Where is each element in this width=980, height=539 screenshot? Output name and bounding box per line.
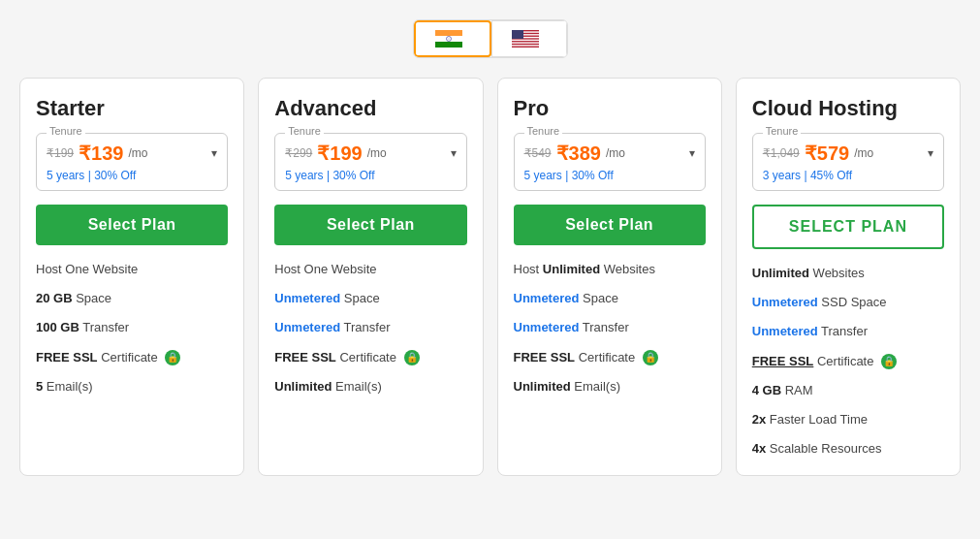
per-mo-pro: /mo — [606, 146, 625, 160]
per-mo-cloud: /mo — [854, 146, 873, 160]
select-btn-advanced[interactable]: Select Plan — [274, 205, 466, 245]
old-price-pro: ₹549 — [524, 146, 552, 160]
svg-rect-9 — [512, 40, 539, 41]
list-item: Unmetered Transfer — [274, 319, 466, 336]
new-price-advanced: ₹199 — [317, 142, 362, 165]
tenure-detail-pro: 5 years | 30% Off — [524, 169, 695, 182]
old-price-cloud: ₹1,049 — [763, 146, 800, 160]
new-price-starter: ₹139 — [79, 142, 123, 165]
plan-card-pro: ProTenure₹549₹389/mo▾5 years | 30% OffSe… — [497, 78, 722, 476]
list-item: 2x Faster Load Time — [752, 411, 944, 428]
tenure-detail-cloud: 3 years | 45% Off — [763, 169, 933, 182]
usa-flag-icon — [512, 30, 539, 48]
ssl-icon: 🔒 — [165, 350, 180, 365]
svg-rect-12 — [512, 30, 523, 39]
plan-card-advanced: AdvancedTenure₹299₹199/mo▾5 years | 30% … — [258, 78, 483, 476]
select-btn-cloud[interactable]: SELECT PLAN — [752, 205, 944, 249]
ssl-icon: 🔒 — [643, 350, 658, 365]
svg-rect-2 — [435, 42, 462, 48]
list-item: Host Unlimited Websites — [514, 261, 706, 278]
svg-rect-0 — [435, 30, 462, 36]
new-price-cloud: ₹579 — [805, 142, 849, 165]
list-item: 4x Scalable Resources — [752, 440, 944, 458]
list-item: Unmetered Space — [514, 290, 706, 307]
tenure-box-pro[interactable]: Tenure₹549₹389/mo▾5 years | 30% Off — [514, 133, 706, 191]
india-tab[interactable] — [414, 20, 491, 57]
feature-list-cloud: Unlimited WebsitesUnmetered SSD SpaceUnm… — [752, 265, 944, 458]
list-item: 4 GB RAM — [752, 382, 944, 399]
list-item: 100 GB Transfer — [36, 319, 228, 336]
usa-tab[interactable] — [491, 20, 567, 57]
per-mo-advanced: /mo — [367, 146, 387, 160]
list-item: Unmetered Transfer — [752, 323, 944, 340]
list-item: Unlimited Websites — [752, 265, 944, 282]
plan-card-starter: StarterTenure₹199₹139/mo▾5 years | 30% O… — [19, 78, 244, 476]
plan-title-pro: Pro — [514, 96, 706, 121]
old-price-starter: ₹199 — [47, 146, 74, 160]
dropdown-arrow-advanced[interactable]: ▾ — [451, 146, 457, 160]
tenure-label-starter: Tenure — [47, 125, 85, 137]
plan-title-advanced: Advanced — [274, 96, 466, 121]
india-flag-icon — [435, 30, 462, 48]
plan-title-cloud: Cloud Hosting — [752, 96, 944, 121]
list-item: Unmetered Transfer — [514, 319, 706, 336]
select-btn-starter[interactable]: Select Plan — [36, 205, 228, 245]
ssl-icon: 🔒 — [404, 350, 420, 365]
list-item: Unlimited Email(s) — [274, 378, 466, 396]
list-item: FREE SSL Certificate 🔒 — [514, 349, 706, 366]
plans-container: StarterTenure₹199₹139/mo▾5 years | 30% O… — [19, 78, 961, 476]
country-tabs — [413, 19, 568, 58]
plan-title-starter: Starter — [36, 96, 228, 121]
list-item: Host One Website — [274, 261, 466, 278]
ssl-icon: 🔒 — [881, 354, 897, 369]
svg-rect-11 — [512, 45, 539, 46]
svg-point-4 — [448, 39, 449, 40]
dropdown-arrow-cloud[interactable]: ▾ — [928, 146, 933, 160]
tenure-detail-starter: 5 years | 30% Off — [47, 169, 217, 182]
list-item: Unmetered SSD Space — [752, 294, 944, 311]
list-item: Host One Website — [36, 261, 228, 278]
per-mo-starter: /mo — [128, 146, 147, 160]
tenure-box-cloud[interactable]: Tenure₹1,049₹579/mo▾3 years | 45% Off — [752, 133, 944, 191]
new-price-pro: ₹389 — [556, 142, 601, 165]
tenure-detail-advanced: 5 years | 30% Off — [285, 169, 456, 182]
feature-list-advanced: Host One WebsiteUnmetered SpaceUnmetered… — [274, 261, 466, 396]
tenure-label-cloud: Tenure — [763, 125, 802, 137]
list-item: Unmetered Space — [274, 290, 466, 307]
tenure-label-pro: Tenure — [524, 125, 563, 137]
plan-card-cloud: Cloud HostingTenure₹1,049₹579/mo▾3 years… — [736, 78, 961, 476]
tenure-box-advanced[interactable]: Tenure₹299₹199/mo▾5 years | 30% Off — [274, 133, 466, 191]
list-item: Unlimited Email(s) — [514, 378, 706, 396]
list-item: FREE SSL Certificate 🔒 — [274, 349, 466, 366]
list-item: 20 GB Space — [36, 290, 228, 307]
tenure-box-starter[interactable]: Tenure₹199₹139/mo▾5 years | 30% Off — [36, 133, 228, 191]
select-btn-pro[interactable]: Select Plan — [514, 205, 706, 245]
feature-list-starter: Host One Website20 GB Space100 GB Transf… — [36, 261, 228, 396]
list-item: FREE SSL Certificate 🔒 — [36, 349, 228, 366]
svg-rect-10 — [512, 42, 539, 43]
tenure-label-advanced: Tenure — [285, 125, 324, 137]
feature-list-pro: Host Unlimited WebsitesUnmetered SpaceUn… — [514, 261, 706, 396]
old-price-advanced: ₹299 — [285, 146, 312, 160]
list-item: FREE SSL Certificate 🔒 — [752, 353, 944, 370]
dropdown-arrow-pro[interactable]: ▾ — [689, 146, 695, 160]
list-item: 5 Email(s) — [36, 378, 228, 396]
dropdown-arrow-starter[interactable]: ▾ — [211, 146, 217, 160]
